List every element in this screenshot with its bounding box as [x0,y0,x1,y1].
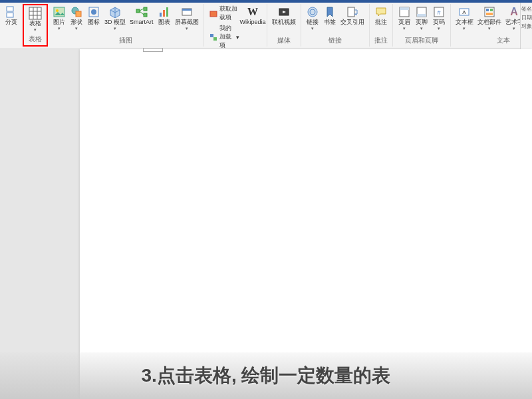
svg-rect-2 [29,7,41,19]
chevron-down-icon: ▾ [438,26,440,31]
left-gutter [0,49,80,399]
icons-icon [87,5,100,19]
get-addins-button[interactable]: 获取加载项 [207,4,242,23]
svg-point-8 [56,9,59,12]
video-icon [277,5,291,19]
chevron-down-icon: ▾ [403,26,406,31]
ribbon-group-illustrations: 图片 ▾ 形状 ▾ 图标 3D 模型 ▾ SmartArt [48,4,204,47]
tutorial-subtitle: 3.点击表格, 绘制一定数量的表 [0,352,532,399]
svg-rect-0 [7,7,13,11]
footer-icon [415,5,428,19]
group-label-media: 媒体 [277,36,291,47]
chevron-down-icon: ▾ [114,26,116,31]
svg-text:A: A [462,9,466,15]
ribbon-group-tables: 表格 ▾ 表格 [23,4,48,47]
svg-rect-14 [144,7,147,11]
ribbon-group-headerfooter: 页眉 ▾ 页脚 ▾ # 页码 ▾ 页眉和页脚 [393,4,451,47]
store-icon [209,9,217,18]
chart-icon [158,5,171,19]
svg-rect-21 [210,11,217,17]
chevron-down-icon: ▾ [488,26,491,31]
group-label-headerfooter: 页眉和页脚 [405,36,438,47]
chevron-down-icon: ▾ [420,26,423,31]
addins-icon [209,33,217,42]
svg-text:#: # [437,9,440,16]
header-button[interactable]: 页眉 ▾ [396,4,413,32]
svg-rect-17 [163,10,165,17]
group-label-links: 链接 [329,36,342,47]
group-label-illustrations: 插图 [119,36,132,47]
ribbon-group-addins: 获取加载项 我的加载项 ▾ W Wikipedia 加载项 [204,4,267,47]
svg-rect-23 [213,37,217,41]
page-number-icon: # [432,5,446,19]
textbox-button[interactable]: A 文本框 ▾ [454,4,475,32]
ribbon-group-pages: 分页 [0,4,23,47]
cross-ref-icon [346,5,359,19]
3d-models-button[interactable]: 3D 模型 ▾ [102,4,128,32]
picture-icon [53,5,66,19]
link-icon [306,5,319,19]
svg-rect-30 [417,14,426,17]
my-addins-button[interactable]: 我的加载项 ▾ [207,23,242,51]
svg-rect-36 [486,9,489,11]
group-label-comments: 批注 [374,36,388,47]
smartart-icon [135,5,148,19]
svg-rect-22 [210,34,213,37]
cross-ref-button[interactable]: 交叉引用 [338,4,366,27]
wikipedia-button[interactable]: W Wikipedia [242,4,264,27]
wikipedia-icon: W [246,5,259,19]
svg-rect-13 [136,9,140,13]
page-break-icon [5,5,18,19]
header-icon [398,5,411,19]
svg-rect-15 [144,13,147,17]
comment-icon [374,5,388,19]
svg-rect-18 [166,7,168,17]
chevron-down-icon: ▾ [75,26,78,31]
footer-button[interactable]: 页脚 ▾ [413,4,430,32]
smartart-button[interactable]: SmartArt [128,4,156,27]
svg-rect-1 [7,13,13,17]
svg-rect-10 [76,11,81,17]
screenshot-button[interactable]: 屏幕截图 ▾ [173,4,201,32]
object-button[interactable]: 对象 [521,23,532,30]
quickparts-button[interactable]: 文档部件 ▾ [475,4,503,32]
quickparts-icon [483,5,496,19]
bookmark-button[interactable]: 书签 [321,4,338,27]
pictures-button[interactable]: 图片 ▾ [51,4,68,32]
link-button[interactable]: 链接 ▾ [304,4,321,32]
shapes-button[interactable]: 形状 ▾ [68,4,85,32]
ruler-indent-marker[interactable] [143,48,163,52]
icons-button[interactable]: 图标 [85,4,102,27]
chevron-down-icon: ▾ [311,26,314,31]
bookmark-icon [323,5,336,19]
svg-rect-20 [182,9,192,11]
group-label-tables: 表格 [29,35,42,45]
ribbon: 分页 表格 ▾ 表格 图片 ▾ 形状 [0,3,532,49]
svg-rect-38 [486,13,493,15]
textbox-icon: A [458,5,471,19]
document-area [0,49,532,399]
online-video-button[interactable]: 联机视频 [270,4,298,27]
document-page[interactable] [80,49,532,399]
date-button[interactable]: 日期 [521,14,532,21]
signature-button[interactable]: 签名 [521,5,532,13]
screenshot-icon [180,5,194,19]
svg-rect-26 [348,7,354,17]
ribbon-collapsed-right: 签名 日期 对象 [520,3,532,49]
chevron-down-icon: ▾ [463,26,466,31]
cube-icon [108,5,122,19]
chevron-down-icon: ▾ [34,27,37,32]
chevron-down-icon: ▾ [236,34,239,41]
chevron-down-icon: ▾ [186,26,188,31]
svg-point-25 [308,7,317,17]
ribbon-group-links: 链接 ▾ 书签 交叉引用 链接 [301,4,370,47]
comment-button[interactable]: 批注 [372,4,390,27]
shapes-icon [70,5,83,19]
page-number-button[interactable]: # 页码 ▾ [430,4,448,32]
svg-rect-16 [160,13,162,17]
page-break-button[interactable]: 分页 [3,4,20,27]
chevron-down-icon: ▾ [513,26,515,31]
wordart-icon: A [507,5,521,19]
chart-button[interactable]: 图表 [156,4,173,27]
table-button[interactable]: 表格 ▾ [27,5,44,33]
